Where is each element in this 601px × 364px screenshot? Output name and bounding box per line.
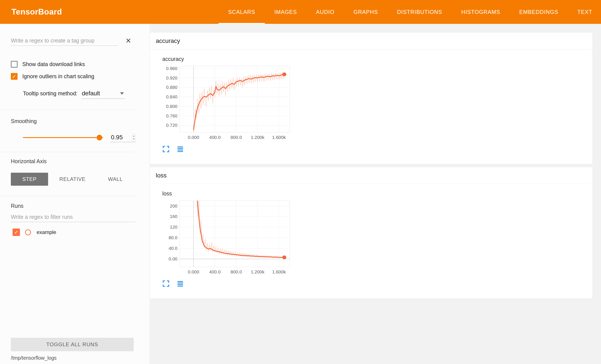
tab-audio[interactable]: AUDIO <box>307 0 344 24</box>
divider <box>0 196 135 196</box>
svg-text:400.0: 400.0 <box>209 269 221 274</box>
chart-actions <box>162 280 592 287</box>
spinner-up-icon[interactable]: ▴ <box>133 134 135 137</box>
svg-text:800.0: 800.0 <box>230 269 242 274</box>
toggle-all-runs-button[interactable]: TOGGLE ALL RUNS <box>11 338 134 351</box>
svg-text:0.800: 0.800 <box>166 104 177 109</box>
chart-title: accuracy <box>162 56 592 62</box>
fullscreen-icon <box>162 145 170 153</box>
sidebar: ✕ ✓ Show data download links ✓ Ignore ou… <box>0 24 150 364</box>
relative-button[interactable]: RELATIVE <box>48 173 97 186</box>
chart-title: loss <box>162 191 592 197</box>
run-filter-input[interactable] <box>11 212 135 222</box>
tooltip-sorting-select[interactable]: default <box>81 90 125 99</box>
svg-text:1.600k: 1.600k <box>272 269 286 274</box>
check-icon: ✓ <box>12 74 16 79</box>
log-dir-path: /tmp/tensorflow_logs <box>11 355 150 361</box>
svg-text:0.840: 0.840 <box>166 94 177 99</box>
tag-group-title: accuracy <box>156 38 180 44</box>
main-nav: SCALARS IMAGES AUDIO GRAPHS DISTRIBUTION… <box>219 0 601 24</box>
option-label: Ignore outliers in chart scaling <box>22 73 94 80</box>
chart-block: loss 20016012080.040.00.000.000400.0800.… <box>150 184 592 299</box>
runs-label: Runs <box>11 203 150 209</box>
checkbox-icon: ✓ <box>11 73 18 80</box>
svg-text:0.760: 0.760 <box>166 113 177 118</box>
app-header: TensorBoard SCALARS IMAGES AUDIO GRAPHS … <box>0 0 601 24</box>
number-spinner[interactable]: ▴ ▾ <box>132 133 136 141</box>
tab-text[interactable]: TEXT <box>568 0 601 24</box>
data-list-button[interactable] <box>177 145 184 153</box>
run-checkbox-icon[interactable]: ✓ <box>13 229 20 236</box>
data-list-button[interactable] <box>177 280 184 287</box>
tag-group-title: loss <box>156 172 167 179</box>
content-area: ✕ ✓ Show data download links ✓ Ignore ou… <box>0 24 601 364</box>
tab-histograms[interactable]: HISTOGRAMS <box>452 0 510 24</box>
checkbox-icon: ✓ <box>11 61 18 68</box>
data-list-icon <box>177 145 184 153</box>
run-item-example[interactable]: ✓ example <box>13 229 150 236</box>
tooltip-sorting-label: Tooltip sorting method: <box>23 90 78 97</box>
tooltip-sorting-value: default <box>82 90 100 97</box>
fullscreen-button[interactable] <box>162 280 170 287</box>
svg-text:0.720: 0.720 <box>166 123 177 128</box>
svg-text:40.0: 40.0 <box>169 246 177 251</box>
tab-scalars[interactable]: SCALARS <box>219 0 265 24</box>
horizontal-axis-buttons: STEP RELATIVE WALL <box>11 173 150 186</box>
smoothing-value-box: ▴ ▾ <box>110 133 136 142</box>
chart-block: accuracy 0.9600.9200.8800.8400.8000.7600… <box>150 49 592 164</box>
chart-actions <box>162 145 592 153</box>
check-icon: ✓ <box>14 230 19 235</box>
chevron-down-icon <box>120 92 124 95</box>
accuracy-chart[interactable]: 0.9600.9200.8800.8400.8000.7600.7200.000… <box>162 64 292 142</box>
tag-group-card-loss: loss loss 20016012080.040.00.000.000400.… <box>150 167 593 299</box>
run-label: example <box>37 229 56 235</box>
svg-text:120: 120 <box>170 224 177 229</box>
tag-filter-row: ✕ <box>11 36 150 46</box>
horizontal-axis-label: Horizontal Axis <box>11 158 150 164</box>
svg-text:1.200k: 1.200k <box>251 135 265 140</box>
loss-chart[interactable]: 20016012080.040.00.000.000400.0800.01.20… <box>162 198 292 276</box>
show-download-links-option[interactable]: ✓ Show data download links <box>11 61 150 68</box>
data-list-icon <box>177 280 184 287</box>
ignore-outliers-option[interactable]: ✓ Ignore outliers in chart scaling <box>11 73 150 80</box>
sidebar-spacer <box>11 236 150 338</box>
smoothing-value-input[interactable] <box>110 134 125 141</box>
svg-text:80.0: 80.0 <box>169 235 177 240</box>
svg-text:1.600k: 1.600k <box>272 135 286 140</box>
svg-text:1.200k: 1.200k <box>251 269 265 274</box>
svg-text:400.0: 400.0 <box>209 135 221 140</box>
svg-text:800.0: 800.0 <box>230 135 242 140</box>
smoothing-label: Smoothing <box>11 118 150 124</box>
tab-images[interactable]: IMAGES <box>265 0 306 24</box>
svg-text:0.960: 0.960 <box>166 66 177 71</box>
svg-text:160: 160 <box>170 214 177 219</box>
svg-text:200: 200 <box>170 203 177 208</box>
tag-filter-input[interactable] <box>11 36 118 46</box>
app-title: TensorBoard <box>11 7 62 16</box>
tooltip-sorting-row: Tooltip sorting method: default <box>23 90 150 99</box>
smoothing-slider[interactable] <box>23 134 104 141</box>
spinner-down-icon[interactable]: ▾ <box>133 137 135 141</box>
fullscreen-button[interactable] <box>162 145 170 153</box>
svg-text:0.000: 0.000 <box>188 135 199 140</box>
tag-group-header[interactable]: loss <box>150 167 592 184</box>
tab-embeddings[interactable]: EMBEDDINGS <box>510 0 568 24</box>
run-color-swatch <box>25 229 31 235</box>
step-button[interactable]: STEP <box>11 173 48 186</box>
fullscreen-icon <box>162 280 170 287</box>
svg-text:0.00: 0.00 <box>169 256 177 261</box>
option-label: Show data download links <box>22 61 85 67</box>
svg-text:0.920: 0.920 <box>166 75 177 80</box>
smoothing-control: ▴ ▾ <box>23 133 150 142</box>
tag-group-header[interactable]: accuracy <box>150 32 592 49</box>
divider <box>0 110 135 110</box>
slider-fill <box>23 137 100 138</box>
tab-distributions[interactable]: DISTRIBUTIONS <box>388 0 452 24</box>
svg-text:0.000: 0.000 <box>188 269 199 274</box>
wall-button[interactable]: WALL <box>97 173 134 186</box>
slider-thumb[interactable] <box>97 135 102 140</box>
close-icon[interactable]: ✕ <box>125 37 131 44</box>
svg-text:0.880: 0.880 <box>166 85 177 90</box>
tag-group-card-accuracy: accuracy accuracy 0.9600.9200.8800.8400.… <box>150 32 593 164</box>
tab-graphs[interactable]: GRAPHS <box>344 0 388 24</box>
